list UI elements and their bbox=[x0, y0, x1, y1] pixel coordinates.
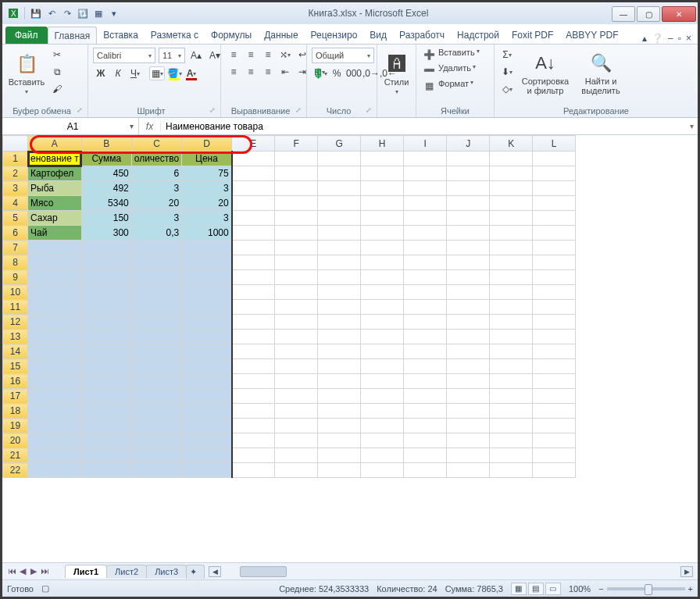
cell[interactable] bbox=[533, 404, 576, 419]
column-header[interactable]: F bbox=[275, 136, 318, 152]
cell[interactable] bbox=[275, 463, 318, 478]
tab-addins[interactable]: Надстрой bbox=[451, 27, 505, 44]
cell[interactable] bbox=[182, 315, 232, 330]
sheet-tab[interactable]: Лист2 bbox=[106, 565, 147, 578]
cell[interactable] bbox=[28, 389, 82, 404]
cell[interactable] bbox=[447, 344, 490, 359]
cell[interactable] bbox=[28, 270, 82, 285]
save-icon[interactable]: 💾 bbox=[30, 7, 42, 20]
cell[interactable] bbox=[275, 359, 318, 374]
cell[interactable] bbox=[232, 448, 275, 463]
cell[interactable] bbox=[275, 211, 318, 226]
cell[interactable]: Рыба bbox=[28, 181, 82, 196]
close-button[interactable]: ✕ bbox=[662, 6, 696, 22]
cell[interactable] bbox=[81, 285, 131, 300]
column-header[interactable]: L bbox=[533, 136, 576, 152]
cell[interactable] bbox=[404, 166, 447, 181]
cell[interactable] bbox=[275, 196, 318, 211]
cell[interactable] bbox=[404, 241, 447, 255]
dialog-launcher-icon[interactable]: ⤢ bbox=[295, 106, 302, 114]
sheet-nav-last-icon[interactable]: ⏭ bbox=[40, 566, 49, 576]
border-icon[interactable]: ▦▾ bbox=[149, 66, 165, 80]
cell[interactable] bbox=[361, 433, 404, 448]
sheet-tab[interactable]: Лист3 bbox=[146, 565, 187, 578]
cell[interactable] bbox=[533, 300, 576, 315]
qat-customize-icon[interactable]: ▾ bbox=[108, 7, 120, 20]
cell[interactable] bbox=[131, 344, 181, 359]
cell[interactable] bbox=[404, 211, 447, 226]
fill-icon[interactable]: ⬇▾ bbox=[499, 65, 515, 79]
cell[interactable] bbox=[28, 330, 82, 344]
cell[interactable] bbox=[28, 241, 82, 255]
excel-icon[interactable]: X bbox=[7, 7, 20, 20]
cell[interactable] bbox=[490, 433, 533, 448]
zoom-out-icon[interactable]: − bbox=[598, 584, 603, 594]
cell[interactable] bbox=[131, 433, 181, 448]
cell[interactable] bbox=[28, 374, 82, 389]
decrease-indent-icon[interactable]: ⇤ bbox=[277, 65, 293, 79]
cell[interactable] bbox=[404, 433, 447, 448]
mdi-restore-icon[interactable]: ▫ bbox=[678, 33, 681, 44]
macro-record-icon[interactable]: ▢ bbox=[41, 583, 49, 594]
cell[interactable]: Картофел bbox=[28, 166, 82, 181]
cell[interactable] bbox=[447, 270, 490, 285]
cell[interactable] bbox=[318, 389, 361, 404]
cell[interactable] bbox=[361, 270, 404, 285]
format-painter-icon[interactable]: 🖌 bbox=[49, 82, 65, 96]
new-sheet-icon[interactable]: ✦ bbox=[186, 565, 205, 579]
paste-button[interactable]: 📋 Вставить ▾ bbox=[7, 48, 46, 99]
column-header[interactable]: G bbox=[318, 136, 361, 152]
tab-formulas[interactable]: Формулы bbox=[205, 27, 258, 44]
column-header[interactable]: A bbox=[28, 136, 82, 152]
cell[interactable] bbox=[404, 255, 447, 270]
cell[interactable] bbox=[490, 270, 533, 285]
row-header[interactable]: 11 bbox=[3, 300, 28, 315]
cell[interactable] bbox=[361, 404, 404, 419]
cell[interactable] bbox=[490, 285, 533, 300]
number-format-combo[interactable]: Общий▾ bbox=[312, 48, 374, 63]
column-header[interactable]: I bbox=[404, 136, 447, 152]
cell[interactable] bbox=[182, 300, 232, 315]
cell[interactable] bbox=[182, 344, 232, 359]
cell[interactable] bbox=[131, 359, 181, 374]
cell[interactable]: 3 bbox=[131, 211, 181, 226]
row-header[interactable]: 12 bbox=[3, 315, 28, 330]
dialog-launcher-icon[interactable]: ⤢ bbox=[209, 106, 216, 114]
sheet-nav-first-icon[interactable]: ⏮ bbox=[7, 566, 16, 576]
row-header[interactable]: 6 bbox=[3, 226, 28, 241]
cell[interactable]: 20 bbox=[182, 196, 232, 211]
cell[interactable] bbox=[28, 285, 82, 300]
name-box[interactable] bbox=[41, 121, 104, 132]
cell[interactable] bbox=[275, 330, 318, 344]
cell[interactable] bbox=[447, 463, 490, 478]
zoom-in-icon[interactable]: + bbox=[688, 584, 693, 594]
cell[interactable] bbox=[404, 270, 447, 285]
cell[interactable] bbox=[490, 300, 533, 315]
cell[interactable] bbox=[28, 448, 82, 463]
cell[interactable]: 492 bbox=[81, 181, 131, 196]
cell[interactable]: 3 bbox=[131, 181, 181, 196]
cell[interactable] bbox=[318, 330, 361, 344]
cell[interactable] bbox=[232, 196, 275, 211]
column-header[interactable]: H bbox=[361, 136, 404, 152]
cell[interactable]: енование т bbox=[28, 152, 82, 166]
cell[interactable] bbox=[28, 315, 82, 330]
cell[interactable] bbox=[131, 330, 181, 344]
cell[interactable]: 20 bbox=[131, 196, 181, 211]
cell[interactable] bbox=[404, 196, 447, 211]
fx-icon[interactable]: fx bbox=[139, 121, 161, 132]
cell[interactable] bbox=[490, 211, 533, 226]
cell[interactable] bbox=[81, 330, 131, 344]
cell[interactable] bbox=[318, 241, 361, 255]
maximize-button[interactable]: ▢ bbox=[637, 6, 660, 22]
cell[interactable] bbox=[447, 166, 490, 181]
cell[interactable] bbox=[533, 285, 576, 300]
cell[interactable] bbox=[275, 285, 318, 300]
cell[interactable] bbox=[490, 196, 533, 211]
cell[interactable] bbox=[404, 463, 447, 478]
row-header[interactable]: 16 bbox=[3, 374, 28, 389]
cell[interactable] bbox=[361, 181, 404, 196]
cell[interactable] bbox=[81, 270, 131, 285]
view-page-break-icon[interactable]: ▭ bbox=[545, 583, 561, 595]
currency-icon[interactable]: 💲▾ bbox=[312, 66, 327, 80]
